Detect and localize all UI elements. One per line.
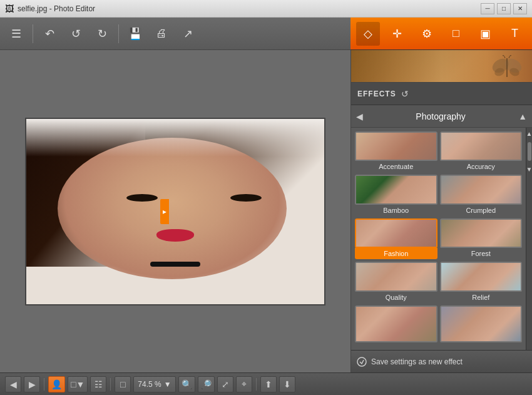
header-banner (351, 50, 532, 83)
effects-icon: ▣ (480, 27, 491, 41)
effect-extra-2[interactable] (440, 305, 523, 346)
layers-tool-button[interactable]: □ (444, 22, 468, 46)
effect-accuracy[interactable]: Accuracy (440, 131, 523, 172)
status-sep-3 (256, 378, 257, 391)
right-panel: EFFECTS ↺ ◀ Photography ▲ Accentuate (350, 50, 532, 372)
undo2-button[interactable]: ↺ (64, 23, 87, 45)
effect-thumb-relief (440, 262, 523, 291)
nav-next-button[interactable]: ▶ (24, 376, 40, 392)
print-button[interactable]: 🖨 (150, 23, 173, 45)
main-toolbar: ☰ ↶ ↺ ↻ 💾 🖨 ↗ (0, 18, 350, 50)
canvas-area: ▸ (0, 50, 350, 372)
undo-button[interactable]: ↶ (38, 23, 61, 45)
scroll-down-arrow[interactable]: ▼ (524, 163, 532, 175)
redo-icon: ↻ (98, 27, 107, 41)
zoom-in-button[interactable]: 🔎 (198, 376, 215, 392)
filter-icon: ◇ (364, 27, 372, 41)
effect-crumpled[interactable]: Crumpled (440, 175, 523, 215)
category-back-button[interactable]: ◀ (356, 111, 363, 121)
scroll-up-arrow[interactable]: ▲ (524, 128, 532, 140)
category-header: ◀ Photography ▲ (351, 105, 532, 128)
scroll-thumb[interactable] (528, 142, 531, 161)
layers-icon: □ (453, 27, 459, 40)
svg-point-5 (357, 357, 366, 366)
effects-tool-button[interactable]: ▣ (474, 22, 498, 46)
panel-expand-button[interactable]: ▸ (160, 199, 169, 224)
effect-label-fashion: Fashion (355, 248, 437, 259)
effect-fashion[interactable]: Fashion (355, 218, 437, 259)
effect-extra-1[interactable] (355, 305, 437, 346)
text-tool-button[interactable]: T (503, 22, 527, 46)
crop-icon: ✛ (392, 27, 402, 41)
effects-header: EFFECTS ↺ (351, 83, 532, 105)
effects-grid: Accentuate Accuracy Bamboo (351, 128, 526, 350)
effects-reset-button[interactable]: ↺ (401, 89, 409, 99)
zoom-out-icon: 🔍 (182, 379, 192, 389)
effect-thumb-forest (440, 218, 523, 248)
minimize-button[interactable]: ─ (481, 3, 494, 14)
upload-button[interactable]: ⬆ (260, 376, 277, 392)
profile-button[interactable]: 👤 (48, 376, 65, 392)
save-new-effect-button[interactable]: Save settings as new effect (356, 356, 463, 367)
save-button[interactable]: 💾 (124, 23, 146, 45)
effect-relief[interactable]: Relief (440, 262, 523, 302)
crop-tool-button[interactable]: ✛ (386, 22, 409, 46)
profile-icon: 👤 (51, 379, 62, 389)
zoom-display: 74.5 % ▼ (133, 376, 175, 392)
close-button[interactable]: ✕ (513, 3, 527, 14)
effect-label-accuracy: Accuracy (440, 161, 523, 172)
category-scroll-up-button[interactable]: ▲ (518, 111, 527, 121)
print-icon: 🖨 (156, 27, 167, 40)
download-button[interactable]: ⬇ (279, 376, 295, 392)
menu-icon: ☰ (11, 27, 21, 41)
effect-thumb-extra1 (355, 305, 437, 342)
display-arrow: ▼ (76, 379, 84, 389)
effect-bamboo[interactable]: Bamboo (355, 175, 437, 215)
effect-thumb-accuracy (440, 131, 523, 161)
panel-save-bar: Save settings as new effect (351, 350, 532, 372)
effect-label-forest: Forest (440, 248, 523, 259)
maximize-button[interactable]: □ (497, 3, 511, 14)
effects-scrollbar[interactable]: ▲ ▼ (526, 128, 532, 350)
undo2-icon: ↺ (71, 27, 81, 41)
info-icon: ☷ (95, 379, 103, 389)
effect-label-crumpled: Crumpled (440, 205, 523, 216)
export-button[interactable]: ↗ (176, 23, 199, 45)
panel-toolbar: ◇ ✛ ⚙ □ ▣ T (350, 18, 532, 50)
fit-button[interactable]: ⤢ (217, 376, 233, 392)
effect-thumb-fashion (355, 218, 437, 248)
fit-icon: ⤢ (222, 379, 229, 389)
zoom-region-icon: ⌖ (242, 379, 247, 389)
effects-title: EFFECTS (357, 90, 396, 98)
adjust-icon: ⚙ (422, 27, 432, 41)
effect-label-bamboo: Bamboo (355, 205, 437, 216)
save-icon: 💾 (128, 27, 142, 41)
window-title: selfie.jpg - Photo Editor (18, 4, 481, 13)
effect-thumb-accentuate (355, 131, 437, 161)
zoom-dropdown-arrow[interactable]: ▼ (164, 380, 171, 389)
effect-accentuate[interactable]: Accentuate (355, 131, 437, 172)
redo-button[interactable]: ↻ (91, 23, 113, 45)
rotate-icon: □ (120, 379, 125, 389)
zoom-out-button[interactable]: 🔍 (178, 376, 195, 392)
zoom-value: 74.5 % (138, 380, 161, 389)
rotate-button[interactable]: □ (115, 376, 131, 392)
effect-label-relief: Relief (440, 292, 523, 303)
effect-label-quality: Quality (355, 292, 437, 303)
save-new-effect-label: Save settings as new effect (371, 357, 463, 366)
effect-label-extra2 (440, 342, 523, 346)
display-icon: □ (71, 379, 76, 389)
filter-tool-button[interactable]: ◇ (356, 22, 380, 46)
zoom-region-button[interactable]: ⌖ (236, 376, 252, 392)
effect-forest[interactable]: Forest (440, 218, 523, 259)
menu-button[interactable]: ☰ (5, 23, 28, 45)
text-icon: T (511, 27, 518, 40)
upload-icon: ⬆ (265, 379, 272, 389)
image-info-button[interactable]: ☷ (90, 376, 106, 392)
app-icon: 🖼 (5, 4, 14, 14)
display-options-button[interactable]: □ ▼ (68, 376, 88, 392)
adjust-tool-button[interactable]: ⚙ (415, 22, 439, 46)
effect-quality[interactable]: Quality (355, 262, 437, 302)
effect-label-extra1 (355, 342, 437, 346)
nav-prev-button[interactable]: ◀ (5, 376, 21, 392)
